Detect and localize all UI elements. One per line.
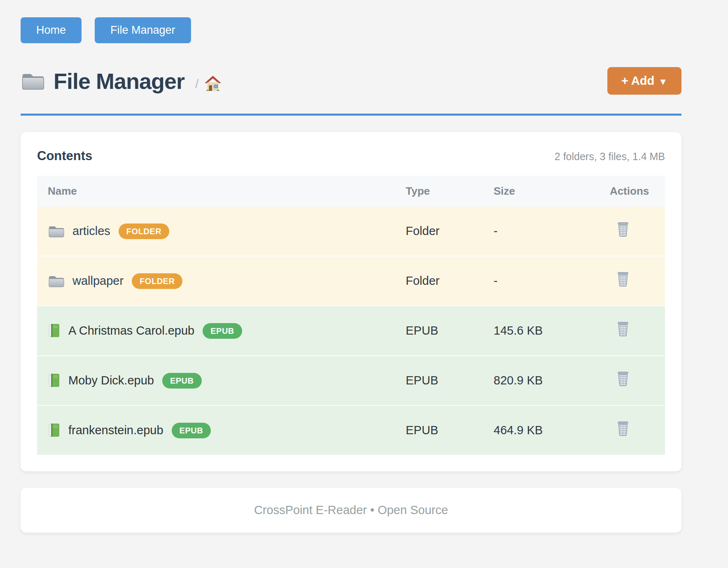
caret-down-icon: ▼	[658, 77, 667, 87]
type-badge: EPUB	[203, 323, 242, 339]
column-header-size: Size	[483, 176, 599, 207]
page-title: File Manager	[54, 68, 184, 94]
file-type: EPUB	[395, 356, 483, 405]
file-type: EPUB	[395, 405, 483, 455]
green-book-icon	[48, 423, 60, 438]
type-badge: FOLDER	[119, 223, 169, 239]
contents-heading: Contents	[37, 149, 92, 163]
type-badge: EPUB	[162, 373, 202, 389]
file-size: -	[483, 207, 599, 256]
nav-file-manager-button[interactable]: File Manager	[95, 17, 191, 43]
wastebasket-icon	[616, 221, 630, 238]
add-button[interactable]: + Add▼	[607, 67, 681, 95]
table-row: wallpaper FOLDER Folder -	[37, 256, 665, 306]
file-size: 820.9 KB	[483, 356, 599, 405]
file-name-link[interactable]: Moby Dick.epub	[68, 374, 154, 387]
delete-button[interactable]	[616, 321, 630, 338]
file-name-link[interactable]: articles	[72, 224, 110, 238]
folder-icon	[48, 275, 64, 288]
file-type: Folder	[395, 207, 483, 256]
table-row: articles FOLDER Folder -	[37, 207, 665, 256]
nav-home-button[interactable]: Home	[21, 17, 82, 43]
contents-card-header: Contents 2 folders, 3 files, 1.4 MB	[37, 149, 665, 163]
wastebasket-icon	[616, 271, 630, 288]
folder-icon	[48, 225, 64, 238]
delete-button[interactable]	[616, 271, 630, 288]
footer-text: CrossPoint E-Reader • Open Source	[254, 503, 448, 517]
page-header: File Manager / + Add▼	[21, 67, 681, 95]
type-badge: EPUB	[172, 423, 211, 438]
type-badge: FOLDER	[132, 273, 182, 289]
breadcrumb-home-link[interactable]	[204, 75, 222, 92]
delete-button[interactable]	[616, 371, 630, 387]
file-name-link[interactable]: A Christmas Carol.epub	[68, 324, 194, 338]
add-button-label: + Add	[621, 74, 654, 87]
file-name-link[interactable]: wallpaper	[72, 274, 124, 288]
file-table: Name Type Size Actions articles FOLDER F…	[37, 176, 665, 455]
folder-icon	[21, 72, 44, 91]
wastebasket-icon	[616, 321, 630, 338]
wastebasket-icon	[616, 421, 630, 437]
file-type: Folder	[395, 256, 483, 306]
column-header-type: Type	[395, 176, 483, 207]
top-nav: Home File Manager	[21, 17, 681, 43]
file-size: -	[483, 256, 599, 306]
contents-summary: 2 folders, 3 files, 1.4 MB	[555, 151, 665, 163]
title-group: File Manager /	[21, 68, 222, 94]
file-size: 145.6 KB	[483, 306, 599, 356]
delete-button[interactable]	[616, 421, 630, 437]
title-rule	[21, 114, 681, 116]
column-header-name: Name	[37, 176, 395, 207]
green-book-icon	[48, 373, 60, 388]
footer-card: CrossPoint E-Reader • Open Source	[21, 488, 681, 533]
table-row: Moby Dick.epub EPUB EPUB 820.9 KB	[37, 356, 665, 405]
column-header-actions: Actions	[599, 176, 665, 207]
table-body: articles FOLDER Folder - wallpaper FOLDE…	[37, 207, 665, 455]
file-name-link[interactable]: frankenstein.epub	[68, 424, 163, 437]
contents-card: Contents 2 folders, 3 files, 1.4 MB Name…	[21, 132, 681, 471]
delete-button[interactable]	[616, 221, 630, 238]
breadcrumb-separator: /	[195, 77, 198, 91]
file-type: EPUB	[395, 306, 483, 356]
house-icon	[204, 75, 222, 92]
wastebasket-icon	[616, 371, 630, 387]
page-content: Home File Manager File Manager / + Add▼ …	[21, 17, 681, 533]
green-book-icon	[48, 324, 60, 338]
table-row: A Christmas Carol.epub EPUB EPUB 145.6 K…	[37, 306, 665, 356]
file-size: 464.9 KB	[483, 405, 599, 455]
table-header-row: Name Type Size Actions	[37, 176, 665, 207]
table-row: frankenstein.epub EPUB EPUB 464.9 KB	[37, 405, 665, 455]
